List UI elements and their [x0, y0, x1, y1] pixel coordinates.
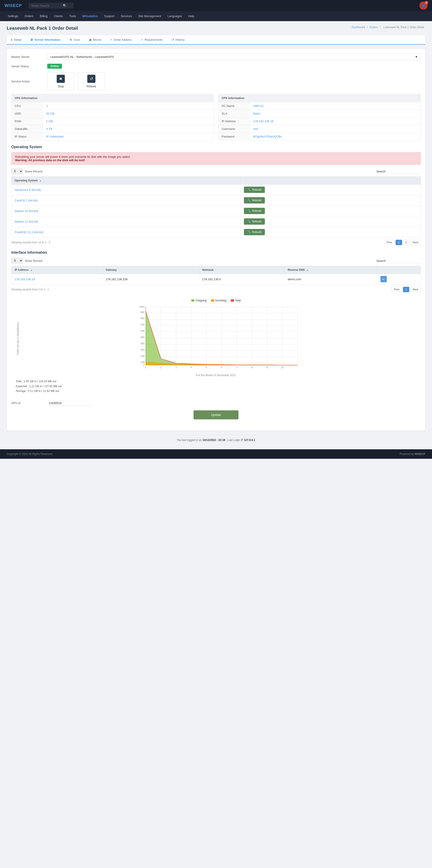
- stop-button[interactable]: ■ Stop: [47, 72, 74, 90]
- server-icon: 🖥: [30, 38, 33, 41]
- sort-icon: ▲: [39, 179, 42, 182]
- os-next-button[interactable]: Next: [410, 240, 421, 245]
- edit-button[interactable]: ✏: [380, 276, 387, 282]
- menu-clients[interactable]: Clients: [51, 12, 66, 21]
- breadcrumb-orders[interactable]: Orders: [369, 26, 378, 29]
- rebuild-button[interactable]: 🔧 Rebuild: [244, 187, 265, 193]
- cpu-value: 1: [43, 102, 213, 110]
- rebuild-button[interactable]: 🔧 Rebuild: [244, 218, 265, 225]
- os-prev-button[interactable]: Prev: [384, 240, 395, 245]
- tab-history[interactable]: ↺ History: [167, 35, 189, 44]
- reboot-button[interactable]: ↺ Reboot: [78, 72, 105, 90]
- interface-pagination: Showing records from 1 to 1 - 1 Prev 1 N…: [11, 287, 421, 292]
- menu-languages[interactable]: Languages: [164, 12, 185, 21]
- edit-cell: ✏: [377, 274, 421, 284]
- os-name-cell: FreeBSD 12.3 (64-bit): [11, 227, 241, 238]
- os-name-cell: AlmaLinux 8 (64-bit): [11, 185, 241, 195]
- svg-text:300: 300: [140, 348, 144, 351]
- os-search-input[interactable]: [387, 169, 421, 174]
- table-row: Debian 11 (64-bit) 🔧 Rebuild: [11, 216, 421, 227]
- ip-cell: 178.162.136.18: [11, 274, 103, 284]
- svg-text:400: 400: [140, 342, 144, 345]
- os-page-1-button[interactable]: 1: [396, 240, 402, 245]
- tab-detail[interactable]: ℹ Detail: [7, 35, 26, 44]
- menu-billing[interactable]: Billing: [37, 12, 51, 21]
- os-rebuild-cell: 🔧 Rebuild: [240, 195, 421, 206]
- legend-total: Total: [231, 299, 241, 302]
- username-label: Username: [219, 125, 250, 132]
- rebuild-button[interactable]: 🔧 Rebuild: [244, 229, 265, 235]
- search-input[interactable]: [31, 4, 63, 7]
- ip-status-value: IP Unblocked: [43, 133, 213, 140]
- tab-bar: ℹ Detail 🖥 Server Information ⚙ Core ▦ B…: [7, 35, 425, 44]
- page-header: Leaseweb NL Pack 1 Order Detail Dashboar…: [7, 26, 425, 31]
- os-page-2-button[interactable]: 2: [403, 240, 409, 245]
- menu-tools[interactable]: Tools: [66, 12, 79, 21]
- notification-badge: 4: [425, 1, 428, 4]
- breadcrumb-dashboard[interactable]: Dashboard: [352, 26, 365, 29]
- gateway-cell: 178.162.136.254: [102, 274, 199, 284]
- table-row: 178.162.136.18 178.162.136.254 178.162.1…: [11, 274, 421, 284]
- update-button[interactable]: Update: [194, 410, 238, 420]
- avatar-wrap[interactable]: 👤 4: [420, 2, 428, 10]
- tab-requirements[interactable]: ✓ Requirements: [136, 35, 167, 44]
- svg-text:500: 500: [140, 336, 144, 339]
- menu-wanalytics[interactable]: WAnalytics: [79, 12, 101, 21]
- page-content: Leaseweb NL Pack 1 Order Detail Dashboar…: [0, 21, 432, 449]
- svg-text:700: 700: [140, 323, 144, 326]
- tab-core[interactable]: ⚙ Core: [65, 35, 85, 44]
- os-show-record-label: Show Record: [25, 170, 42, 173]
- tab-blocks[interactable]: ▦ Blocks: [85, 35, 106, 44]
- netmask-column-header: Netmask: [199, 266, 285, 274]
- rebuild-icon: 🔧: [247, 199, 251, 202]
- os-rebuild-cell: 🔧 Rebuild: [240, 216, 421, 227]
- top-navigation: WISECP 🔍 👤 4: [0, 0, 432, 11]
- interface-section-title: Interface Information: [11, 251, 421, 255]
- service-action-label: Service Action: [11, 80, 47, 83]
- interface-prev-button[interactable]: Prev: [392, 287, 402, 292]
- svg-text:5: 5: [206, 366, 207, 369]
- table-row: Username root: [219, 125, 421, 132]
- ram-value: 1 GB: [43, 118, 213, 125]
- y-axis-label-wrap: Traffic per day in (MegaBytes): [16, 304, 20, 373]
- footer-brand: WISECP: [415, 453, 425, 456]
- addons-icon: +: [110, 38, 112, 41]
- master-server-select[interactable]: LeasewebVPS NL - Netherlands - LeasewebV…: [47, 54, 421, 60]
- table-row: Debian 10 (64-bit) 🔧 Rebuild: [11, 206, 421, 216]
- vps-id-label: VPS Id: [11, 401, 47, 405]
- menu-help[interactable]: Help: [185, 12, 198, 21]
- vps-id-input[interactable]: [47, 400, 92, 406]
- menu-settings[interactable]: Settings: [4, 12, 21, 21]
- vps-table-left: VPS Information CPU 1 HDD 20 GB RAM 1 GB…: [11, 94, 214, 141]
- action-buttons: ■ Stop ↺ Reboot: [47, 72, 421, 90]
- rebuild-button[interactable]: 🔧 Rebuild: [244, 197, 265, 204]
- table-row: Password M7ghNuYZRxkJQ7Bv: [219, 132, 421, 140]
- interface-per-page-select[interactable]: 51025: [11, 258, 23, 264]
- interface-page-1-button[interactable]: 1: [403, 287, 409, 292]
- search-icon: 🔍: [63, 4, 67, 7]
- os-pagination-info: Showing records from 10 to 1 - 5: [11, 241, 51, 244]
- server-status-value: Online: [47, 64, 421, 69]
- password-value: M7ghNuYZRxkJQ7Bv: [250, 133, 421, 140]
- os-table: Operating System ▲ AlmaLinux 8 (64-bit) …: [11, 177, 421, 238]
- svg-text:1000: 1000: [139, 306, 144, 308]
- svg-text:4: 4: [191, 366, 192, 369]
- menu-site-management[interactable]: Site Management: [135, 12, 164, 21]
- tab-order-addons[interactable]: + Order Addons: [106, 35, 136, 44]
- cpu-label: CPU: [11, 102, 43, 110]
- ip-address-label: IP Address: [219, 118, 250, 125]
- rebuild-button[interactable]: 🔧 Rebuild: [244, 208, 265, 214]
- menu-support[interactable]: Support: [101, 12, 118, 21]
- interface-search-input[interactable]: [387, 258, 421, 263]
- menu-orders[interactable]: Orders: [21, 12, 37, 21]
- os-rebuild-cell: 🔧 Rebuild: [240, 185, 421, 195]
- tab-server-information[interactable]: 🖥 Server Information: [26, 35, 65, 44]
- os-per-page-select[interactable]: 5102550: [11, 168, 23, 174]
- interface-next-button[interactable]: Next: [410, 287, 421, 292]
- logo[interactable]: WISECP: [4, 3, 22, 8]
- menu-services[interactable]: Services: [118, 12, 135, 21]
- netmask-cell: 178.162.136.0: [199, 274, 285, 284]
- hdd-value: 20 GB: [43, 110, 213, 117]
- action-column-header: [377, 266, 421, 274]
- chart-x-axis-label: For the Month of December 2022: [16, 374, 416, 377]
